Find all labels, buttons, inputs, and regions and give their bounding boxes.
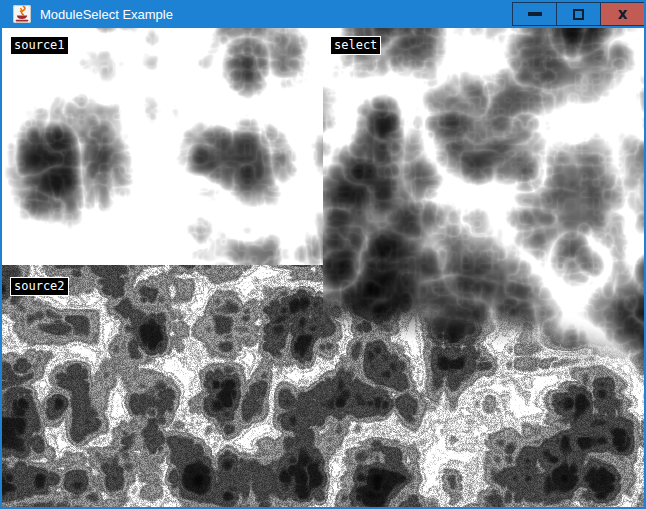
- close-button[interactable]: x: [600, 2, 645, 26]
- source2-label: source2: [10, 277, 69, 296]
- close-icon: x: [618, 7, 628, 22]
- select-label: select: [330, 36, 381, 55]
- maximize-button[interactable]: [556, 2, 601, 26]
- window-controls: x: [513, 2, 645, 26]
- titlebar[interactable]: ModuleSelect Example x: [2, 2, 644, 28]
- application-window: ModuleSelect Example x source1 select so…: [0, 0, 646, 509]
- minimize-button[interactable]: [512, 2, 557, 26]
- source1-noise-view: [2, 28, 323, 265]
- source2-noise-view: [2, 265, 323, 507]
- window-title: ModuleSelect Example: [40, 2, 173, 28]
- maximize-icon: [573, 9, 584, 20]
- java-coffee-cup-icon: [13, 5, 31, 23]
- source1-label: source1: [10, 36, 69, 55]
- render-client-area: source1 select source2: [2, 28, 644, 507]
- minimize-icon: [528, 12, 542, 16]
